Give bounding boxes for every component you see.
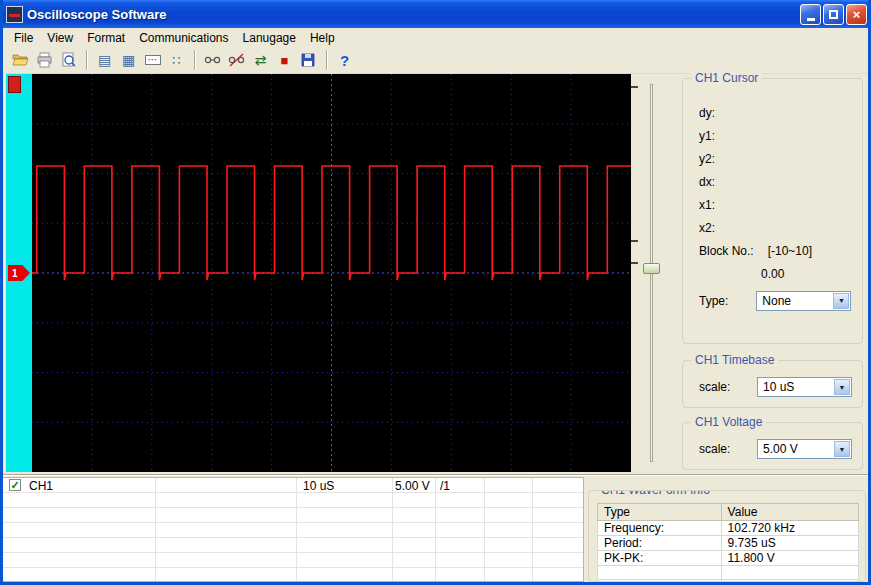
info-header-value: Value	[721, 504, 858, 521]
cursor-toggle-button[interactable]: ⋯	[141, 49, 164, 72]
close-button[interactable]: ×	[846, 4, 867, 25]
menu-view[interactable]: View	[40, 30, 80, 46]
trigger-marker[interactable]	[8, 76, 21, 93]
channel-probe: /1	[440, 479, 450, 493]
slider-tick	[631, 240, 638, 242]
ch1-cursor-title: CH1 Cursor	[691, 71, 762, 85]
slider-tick	[631, 262, 638, 264]
channel-timebase: 10 uS	[303, 479, 334, 493]
menu-format[interactable]: Format	[80, 30, 132, 46]
timebase-scale-select[interactable]: 10 uS ▼	[757, 377, 852, 397]
info-row-frequency: Frequency: 102.720 kHz	[598, 521, 859, 536]
toolbar: ▤ ▦ ⋯ ∷ ⇄ ■ ?	[3, 47, 868, 74]
info-row-empty	[598, 566, 859, 580]
cursor-x2-label: x2:	[699, 221, 715, 235]
info-row-pkpk: PK-PK: 11.800 V	[598, 551, 859, 566]
ch1-enabled-checkbox[interactable]: ✓	[9, 479, 21, 491]
bottom-separator	[0, 474, 871, 476]
channel-row-empty	[3, 568, 583, 582]
info-frequency-value: 102.720 kHz	[721, 521, 858, 536]
save-export-icon	[300, 52, 317, 68]
cursor-dx-label: dx:	[699, 175, 715, 189]
toolbar-separator	[194, 50, 196, 70]
ch1-voltage-title: CH1 Voltage	[691, 415, 766, 429]
info-period-value: 9.735 uS	[721, 536, 858, 551]
waveform-info-table: Type Value Frequency: 102.720 kHz Period…	[597, 503, 859, 582]
cursor-y1-label: y1:	[699, 129, 715, 143]
channel-list-button[interactable]: ▤	[93, 49, 116, 72]
channel-row-empty	[3, 523, 583, 538]
printer-icon	[36, 52, 53, 68]
channel-row-empty	[3, 493, 583, 508]
ch1-cursor-group: CH1 Cursor dy: y1: y2: dx: x1: x2: Block…	[682, 78, 863, 344]
refresh-button[interactable]: ⇄	[249, 49, 272, 72]
cursor-dy-label: dy:	[699, 106, 715, 120]
ch1-timebase-group: CH1 Timebase scale: 10 uS ▼	[682, 360, 863, 408]
menu-communications[interactable]: Communications	[132, 30, 235, 46]
connect-icon	[204, 52, 221, 68]
oscilloscope-display: 1	[6, 74, 631, 472]
voltage-scale-select[interactable]: 5.00 V ▼	[757, 439, 852, 459]
menu-bar: File View Format Communications Lanugage…	[3, 28, 868, 47]
timebase-scale-value: 10 uS	[763, 380, 794, 394]
info-row-period: Period: 9.735 uS	[598, 536, 859, 551]
info-period-label: Period:	[598, 536, 722, 551]
block-no-range: [-10~10]	[768, 244, 812, 258]
connect-button[interactable]	[201, 49, 224, 72]
toolbar-separator	[326, 50, 328, 70]
channel-voltage: 5.00 V	[395, 479, 430, 493]
voltage-scale-label: scale:	[699, 442, 730, 456]
channel-1-marker[interactable]: 1	[8, 265, 30, 281]
snap-points-button[interactable]: ∷	[165, 49, 188, 72]
cursor-y2-label: y2:	[699, 152, 715, 166]
vertical-position-slider-thumb[interactable]	[643, 263, 660, 274]
channel-row-ch1[interactable]: ✓ CH1 10 uS 5.00 V /1	[3, 478, 583, 493]
minimize-icon	[807, 18, 815, 21]
scope-screen-svg	[32, 74, 631, 472]
menu-file[interactable]: File	[7, 30, 40, 46]
titlebar: Oscilloscope Software ×	[0, 0, 871, 28]
channel-row-empty	[3, 508, 583, 523]
maximize-button[interactable]	[823, 4, 844, 25]
voltage-scale-value: 5.00 V	[763, 442, 798, 456]
print-preview-button[interactable]	[57, 49, 80, 72]
ch1-voltage-group: CH1 Voltage scale: 5.00 V ▼	[682, 422, 863, 470]
stop-acquisition-button[interactable]: ■	[273, 49, 296, 72]
minimize-button[interactable]	[800, 4, 821, 25]
waveform-info-title: CH1 WaveForm Info	[597, 490, 714, 497]
cursor-dots-icon: ⋯	[145, 55, 161, 65]
toolbar-separator	[86, 50, 88, 70]
cursor-type-label: Type:	[699, 294, 728, 308]
menu-help[interactable]: Help	[303, 30, 342, 46]
block-no-value: 0.00	[761, 267, 784, 281]
open-folder-icon	[12, 52, 29, 68]
info-pkpk-value: 11.800 V	[721, 551, 858, 566]
disconnect-button[interactable]	[225, 49, 248, 72]
chevron-down-icon[interactable]: ▼	[834, 441, 850, 457]
chevron-down-icon[interactable]: ▼	[834, 379, 850, 395]
chevron-down-icon[interactable]: ▼	[833, 293, 849, 309]
channel-list-table: ✓ CH1 10 uS 5.00 V /1	[2, 477, 584, 582]
print-button[interactable]	[33, 49, 56, 72]
cursor-x1-label: x1:	[699, 198, 715, 212]
ch1-timebase-title: CH1 Timebase	[691, 353, 778, 367]
info-pkpk-label: PK-PK:	[598, 551, 722, 566]
open-file-button[interactable]	[9, 49, 32, 72]
cursor-type-value: None	[762, 294, 791, 308]
help-button[interactable]: ?	[333, 49, 356, 72]
print-preview-icon	[60, 52, 77, 68]
timebase-scale-label: scale:	[699, 380, 730, 394]
channel-row-empty	[3, 553, 583, 568]
app-icon	[6, 6, 23, 23]
export-data-button[interactable]	[297, 49, 320, 72]
menu-language[interactable]: Lanugage	[236, 30, 303, 46]
grid-toggle-button[interactable]: ▦	[117, 49, 140, 72]
maximize-icon	[829, 10, 838, 19]
cursor-fields: dy: y1: y2: dx: x1: x2: Block No.: [-10~…	[699, 101, 851, 312]
info-row-empty	[598, 580, 859, 583]
slider-tick	[631, 86, 638, 88]
cursor-type-select[interactable]: None ▼	[756, 291, 851, 311]
channel-marker-strip: 1	[6, 74, 32, 472]
waveform-info-group: CH1 WaveForm Info Type Value Frequency: …	[588, 490, 866, 582]
channel-row-empty	[3, 538, 583, 553]
